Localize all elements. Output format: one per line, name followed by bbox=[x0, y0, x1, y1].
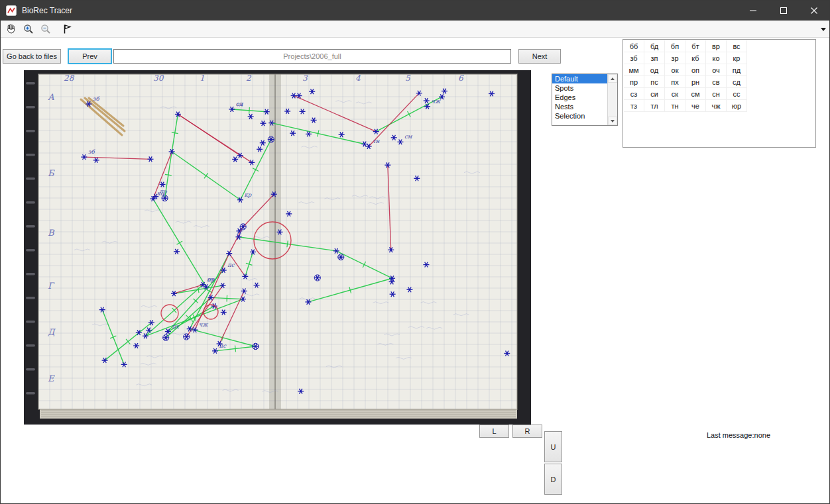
code-cell[interactable]: чж bbox=[706, 100, 727, 112]
scroll-down-button[interactable] bbox=[608, 117, 617, 125]
next-button[interactable]: Next bbox=[518, 49, 561, 64]
titlebar: BioRec Tracer bbox=[1, 1, 829, 21]
svg-text:30: 30 bbox=[153, 74, 164, 83]
layers-list-item[interactable]: Nests bbox=[552, 102, 607, 111]
prev-button[interactable]: Prev bbox=[68, 48, 112, 64]
notebook-image-canvas[interactable]: 2830123456АБВГДЕзбчжкрпхсмпсоччжтнкопрпс… bbox=[24, 70, 531, 425]
layers-list-item[interactable]: Default bbox=[552, 74, 607, 83]
code-cell[interactable]: кр bbox=[727, 52, 747, 64]
go-back-to-files-button[interactable]: Go back to files bbox=[3, 49, 61, 64]
layers-list-item[interactable]: Edges bbox=[552, 93, 607, 102]
window-title: BioRec Tracer bbox=[22, 6, 72, 15]
svg-text:чж: чж bbox=[432, 98, 442, 105]
svg-text:см: см bbox=[404, 133, 413, 140]
arrow-up-icon bbox=[611, 77, 615, 80]
pan-left-button[interactable]: L bbox=[479, 425, 509, 438]
app-window: BioRec Tracer bbox=[0, 0, 830, 504]
minimize-button[interactable] bbox=[738, 1, 768, 21]
layers-scrollbar[interactable] bbox=[607, 74, 617, 125]
code-cell[interactable]: вс bbox=[727, 40, 747, 52]
zoom-out-tool-button[interactable] bbox=[38, 22, 53, 36]
code-cell[interactable]: ко bbox=[706, 52, 727, 64]
code-cell[interactable]: оп bbox=[685, 64, 706, 76]
code-cell[interactable]: тл bbox=[644, 100, 665, 112]
window-controls bbox=[738, 1, 829, 21]
code-cell[interactable]: бп bbox=[665, 40, 685, 52]
code-cell[interactable]: мм bbox=[624, 64, 644, 76]
svg-text:Б: Б bbox=[48, 168, 55, 178]
minimize-icon bbox=[750, 7, 756, 14]
svg-text:тн: тн bbox=[373, 138, 381, 144]
code-cell[interactable]: пр bbox=[624, 76, 644, 88]
code-cell[interactable]: зр bbox=[665, 52, 685, 64]
code-cell[interactable]: вр bbox=[706, 40, 727, 52]
maximize-icon bbox=[780, 7, 787, 14]
pan-right-button[interactable]: R bbox=[512, 425, 542, 438]
code-cell[interactable]: тн bbox=[665, 100, 685, 112]
layers-listbox: DefaultSpotsEdgesNestsSelection bbox=[552, 74, 618, 126]
pan-tool-button[interactable] bbox=[3, 22, 19, 36]
code-cell[interactable]: че bbox=[685, 100, 706, 112]
codes-grid: бббдбпбтврвсзбзпзркбкокрммодокопочпдпрпс… bbox=[624, 40, 815, 112]
svg-text:пс: пс bbox=[227, 262, 235, 268]
code-cell[interactable]: см bbox=[685, 88, 706, 100]
code-cell[interactable]: зп bbox=[644, 52, 665, 64]
zoom-in-icon bbox=[23, 23, 34, 35]
code-cell[interactable]: пс bbox=[644, 76, 665, 88]
scroll-up-button[interactable] bbox=[608, 74, 617, 83]
code-cell[interactable]: ск bbox=[665, 88, 685, 100]
toolbar-overflow-arrow-icon[interactable] bbox=[821, 28, 826, 31]
svg-text:4: 4 bbox=[355, 74, 361, 83]
svg-text:пр: пр bbox=[207, 276, 215, 283]
code-cell[interactable]: бб bbox=[624, 40, 644, 52]
pan-up-button[interactable]: U bbox=[544, 431, 562, 462]
code-cell[interactable]: тз bbox=[624, 100, 644, 112]
zoom-out-icon bbox=[40, 23, 52, 35]
svg-text:Е: Е bbox=[48, 374, 55, 383]
code-cell[interactable]: рн bbox=[685, 76, 706, 88]
flag-icon bbox=[62, 23, 72, 35]
svg-text:В: В bbox=[48, 228, 55, 238]
layers-list-item[interactable]: Selection bbox=[552, 111, 607, 121]
svg-text:сд: сд bbox=[236, 101, 243, 107]
svg-text:кр: кр bbox=[244, 191, 251, 198]
pan-down-button[interactable]: D bbox=[544, 464, 562, 495]
code-cell[interactable]: бд bbox=[644, 40, 665, 52]
codes-panel: бббдбпбтврвсзбзпзркбкокрммодокопочпдпрпс… bbox=[622, 39, 816, 148]
svg-text:28: 28 bbox=[64, 74, 75, 83]
code-cell[interactable]: сс bbox=[727, 88, 747, 100]
code-cell[interactable]: бт bbox=[685, 40, 706, 52]
layers-list-item[interactable]: Spots bbox=[552, 83, 607, 93]
code-cell[interactable]: пд bbox=[727, 64, 747, 76]
code-cell[interactable]: сд bbox=[727, 76, 747, 88]
app-icon bbox=[6, 5, 17, 16]
code-cell[interactable]: ок bbox=[665, 64, 685, 76]
arrow-down-icon bbox=[611, 120, 615, 123]
project-path-field[interactable] bbox=[113, 49, 511, 64]
close-icon bbox=[811, 7, 817, 14]
code-cell[interactable]: од bbox=[644, 64, 665, 76]
svg-text:пс: пс bbox=[219, 342, 227, 349]
notebook-photo: 2830123456АБВГДЕзбчжкрпхсмпсоччжтнкопрпс… bbox=[24, 70, 531, 425]
svg-text:пр: пр bbox=[160, 188, 168, 195]
code-cell[interactable]: сз bbox=[624, 88, 644, 100]
code-cell[interactable]: оч bbox=[706, 64, 727, 76]
code-cell[interactable]: св bbox=[706, 76, 727, 88]
svg-text:А: А bbox=[48, 92, 54, 102]
svg-text:1: 1 bbox=[200, 74, 205, 83]
code-cell[interactable]: кб bbox=[685, 52, 706, 64]
code-cell[interactable]: юр bbox=[727, 100, 747, 112]
maximize-button[interactable] bbox=[768, 1, 799, 21]
code-cell[interactable]: сн bbox=[706, 88, 727, 100]
svg-text:пх: пх bbox=[172, 323, 180, 330]
zoom-in-tool-button[interactable] bbox=[21, 22, 36, 36]
code-cell[interactable]: зб bbox=[624, 52, 644, 64]
toolbar bbox=[1, 21, 829, 38]
code-cell[interactable]: пх bbox=[665, 76, 685, 88]
last-message-label: Last message:none bbox=[624, 431, 770, 439]
code-cell[interactable]: си bbox=[644, 88, 665, 100]
layers-listbox-items: DefaultSpotsEdgesNestsSelection bbox=[552, 74, 607, 125]
svg-text:чж: чж bbox=[199, 321, 209, 328]
flag-tool-button[interactable] bbox=[59, 22, 74, 36]
close-button[interactable] bbox=[799, 1, 829, 21]
